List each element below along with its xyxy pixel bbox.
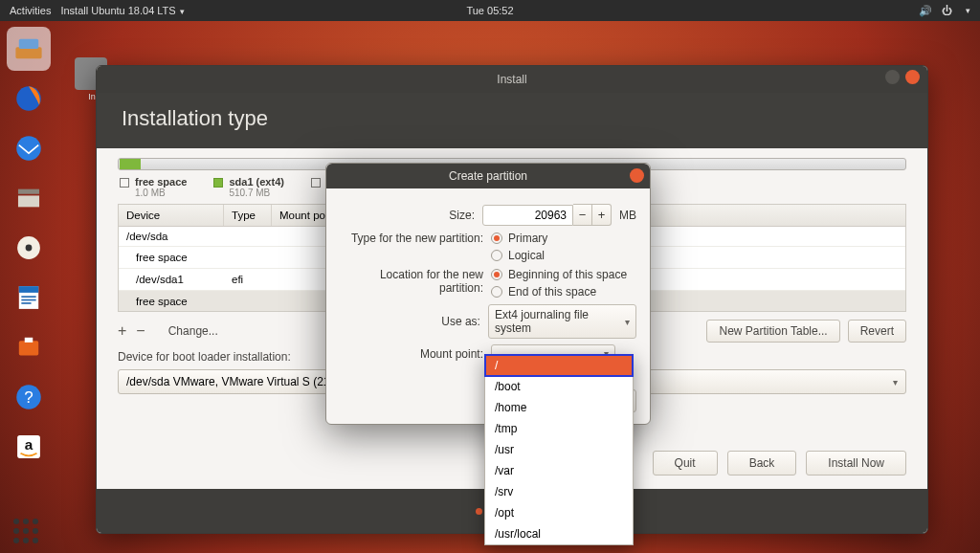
activities-button[interactable]: Activities	[10, 5, 51, 16]
svg-rect-4	[18, 189, 39, 194]
size-increment[interactable]: +	[592, 204, 612, 226]
revert-button[interactable]: Revert	[848, 320, 906, 343]
radio-logical[interactable]: Logical	[491, 249, 547, 262]
svg-rect-12	[21, 302, 31, 304]
add-partition-button[interactable]: +	[118, 322, 136, 339]
col-type[interactable]: Type	[224, 205, 272, 226]
back-button[interactable]: Back	[727, 451, 797, 476]
size-decrement[interactable]: −	[573, 204, 592, 226]
new-partition-table-button[interactable]: New Partition Table...	[706, 320, 839, 343]
dock-amazon[interactable]: a	[7, 425, 51, 469]
dock-writer[interactable]	[7, 276, 51, 320]
dock-installer[interactable]	[7, 27, 51, 71]
power-icon[interactable]: ⏻	[942, 5, 952, 16]
part-label-sda1: sda1 (ext4)510.7 MB	[213, 176, 283, 198]
svg-point-3	[16, 136, 41, 161]
location-label: Location for the new partition:	[340, 268, 483, 295]
size-unit: MB	[619, 209, 636, 222]
top-panel: Activities Install Ubuntu 18.04 LTS▾ Tue…	[0, 0, 980, 21]
dropdown-option[interactable]: /var	[485, 460, 633, 481]
minimize-button[interactable]	[885, 70, 900, 84]
svg-text:?: ?	[24, 388, 33, 407]
svg-point-7	[26, 245, 33, 252]
svg-rect-13	[19, 341, 38, 355]
dialog-close-button[interactable]	[630, 168, 644, 183]
app-menu[interactable]: Install Ubuntu 18.04 LTS▾	[60, 5, 184, 16]
svg-rect-5	[18, 195, 39, 207]
use-as-combo[interactable]: Ext4 journaling file system▾	[488, 304, 636, 339]
change-button[interactable]: Change...	[168, 324, 218, 338]
svg-text:a: a	[25, 436, 33, 453]
dock-files[interactable]	[7, 176, 51, 220]
svg-rect-9	[19, 286, 38, 293]
dropdown-option[interactable]: /srv	[485, 481, 633, 502]
chevron-down-icon: ▾	[893, 377, 898, 387]
dropdown-option[interactable]: /boot	[485, 376, 633, 397]
dropdown-option[interactable]: /	[485, 355, 633, 376]
dropdown-option[interactable]: /home	[485, 397, 633, 418]
svg-rect-0	[15, 47, 41, 58]
size-input[interactable]	[482, 205, 573, 226]
page-title: Installation type	[122, 106, 902, 131]
installer-header: Installation type	[97, 93, 927, 148]
svg-rect-1	[19, 39, 38, 49]
install-now-button[interactable]: Install Now	[806, 451, 906, 476]
radio-end[interactable]: End of this space	[491, 285, 627, 299]
mount-point-dropdown: / /boot /home /tmp /usr /var /srv /opt /…	[484, 354, 634, 545]
dock-rhythmbox[interactable]	[7, 226, 51, 270]
clock[interactable]: Tue 05:52	[466, 5, 513, 16]
chevron-down-icon: ▾	[625, 317, 630, 327]
volume-icon[interactable]: 🔊	[919, 5, 932, 17]
radio-primary[interactable]: Primary	[491, 232, 547, 245]
type-label: Type for the new partition:	[340, 232, 483, 245]
chevron-down-icon: ▾	[966, 6, 970, 15]
chevron-down-icon: ▾	[180, 7, 185, 16]
mount-point-label: Mount point:	[340, 347, 483, 361]
dock: ? a	[0, 21, 57, 553]
dropdown-option[interactable]: /usr/local	[485, 523, 633, 544]
window-titlebar[interactable]: Install	[97, 66, 927, 93]
close-button[interactable]	[905, 70, 920, 84]
dropdown-option[interactable]: /usr	[485, 439, 633, 460]
svg-rect-11	[21, 299, 35, 301]
dock-thunderbird[interactable]	[7, 126, 51, 170]
dialog-titlebar[interactable]: Create partition	[326, 164, 650, 188]
size-label: Size:	[340, 209, 475, 222]
dock-firefox[interactable]	[7, 77, 51, 121]
svg-rect-10	[21, 296, 35, 298]
dock-help[interactable]: ?	[7, 375, 51, 419]
dropdown-option[interactable]: /opt	[485, 502, 633, 523]
dropdown-option[interactable]: /tmp	[485, 418, 633, 439]
dock-software[interactable]	[7, 325, 51, 369]
radio-beginning[interactable]: Beginning of this space	[491, 268, 627, 281]
remove-partition-button[interactable]: −	[136, 322, 154, 339]
quit-button[interactable]: Quit	[653, 451, 718, 476]
show-applications-button[interactable]	[13, 519, 38, 543]
col-device[interactable]: Device	[119, 205, 224, 226]
svg-rect-14	[25, 338, 33, 343]
use-as-label: Use as:	[340, 315, 480, 328]
part-label-free1: free space1.0 MB	[120, 176, 187, 198]
